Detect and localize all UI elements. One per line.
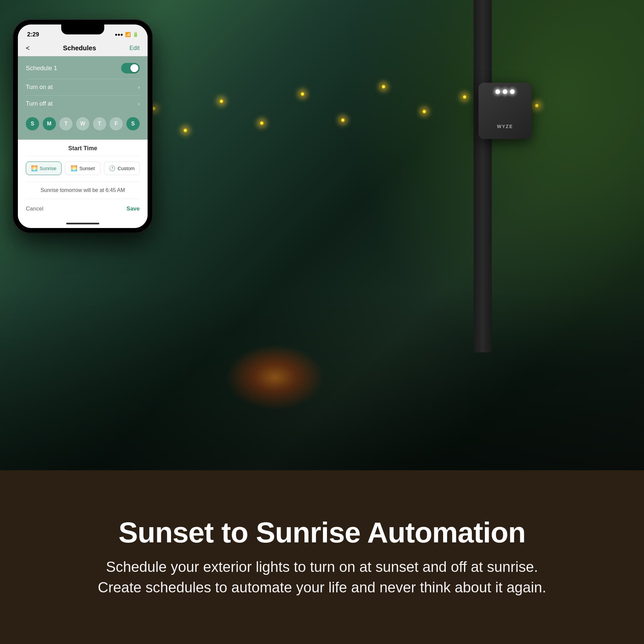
turn-off-label: Turn off at <box>26 100 53 107</box>
day-friday[interactable]: F <box>110 117 123 130</box>
sunset-icon: 🌅 <box>71 165 77 171</box>
bottom-subtitle: Schedule your exterior lights to turn on… <box>98 557 546 597</box>
edit-button[interactable]: Edit <box>129 45 140 52</box>
sheet-title: Start Time <box>26 145 140 156</box>
turn-on-row[interactable]: Turn on at › <box>26 79 140 95</box>
nav-bar: < Schedules Edit <box>18 42 148 56</box>
option-sunrise[interactable]: 🌅 Sunrise <box>26 161 62 175</box>
signal-icon: ●●● <box>115 32 123 37</box>
device-brand-label: WYZE <box>497 124 513 129</box>
home-indicator <box>18 219 148 228</box>
back-button[interactable]: < <box>26 44 30 52</box>
info-text: Sunrise tomorrow will be at 6:45 AM <box>26 182 140 199</box>
wifi-icon: 📶 <box>125 32 131 37</box>
sheet-actions: Cancel Save <box>26 204 140 212</box>
day-tuesday[interactable]: T <box>59 117 72 130</box>
wyze-outdoor-plug: WYZE <box>479 83 538 149</box>
day-wednesday[interactable]: W <box>76 117 89 130</box>
turn-on-chevron: › <box>138 84 140 90</box>
sunset-label: Sunset <box>79 165 95 171</box>
option-sunset[interactable]: 🌅 Sunset <box>65 161 101 175</box>
schedule-area: Schedule 1 Turn on at › Turn off at › S … <box>18 56 148 140</box>
time-options: 🌅 Sunrise 🌅 Sunset 🕐 Custom <box>26 161 140 175</box>
schedule-1-label: Schedule 1 <box>26 65 57 72</box>
phone-screen: 2:29 ●●● 📶 🔋 < Schedules Edit Schedule 1 <box>18 24 148 228</box>
day-monday[interactable]: M <box>43 117 56 130</box>
bottom-title: Sunset to Sunrise Automation <box>118 517 526 549</box>
day-sunday[interactable]: S <box>26 117 39 130</box>
turn-off-row[interactable]: Turn off at › <box>26 95 140 112</box>
fire-glow <box>225 345 325 411</box>
custom-label: Custom <box>117 165 135 171</box>
schedule-toggle[interactable] <box>121 63 140 73</box>
phone-body: 2:29 ●●● 📶 🔋 < Schedules Edit Schedule 1 <box>13 20 152 233</box>
schedule-1-row: Schedule 1 <box>26 63 140 73</box>
device-light-3 <box>510 89 515 94</box>
battery-icon: 🔋 <box>133 32 138 37</box>
option-custom[interactable]: 🕐 Custom <box>104 161 140 175</box>
turn-on-label: Turn on at <box>26 84 53 91</box>
turn-off-chevron: › <box>138 101 140 107</box>
nav-title: Schedules <box>63 44 96 52</box>
phone-notch <box>61 24 104 34</box>
home-bar <box>66 223 99 224</box>
cancel-button[interactable]: Cancel <box>26 206 43 212</box>
sunrise-icon: 🌅 <box>31 165 38 171</box>
phone-mockup: 2:29 ●●● 📶 🔋 < Schedules Edit Schedule 1 <box>13 20 152 233</box>
clock-icon: 🕐 <box>109 165 115 171</box>
day-thursday[interactable]: T <box>93 117 106 130</box>
status-icons: ●●● 📶 🔋 <box>115 32 138 37</box>
bottom-bar: Sunset to Sunrise Automation Schedule yo… <box>0 470 644 644</box>
days-row: S M T W T F S <box>26 112 140 133</box>
status-time: 2:29 <box>27 31 39 38</box>
device-light-1 <box>495 89 500 94</box>
bottom-sheet: Start Time 🌅 Sunrise 🌅 Sunset 🕐 Custom <box>18 140 148 219</box>
save-button[interactable]: Save <box>126 206 140 212</box>
sunrise-label: Sunrise <box>40 165 57 171</box>
day-saturday[interactable]: S <box>126 117 140 130</box>
device-light-2 <box>503 89 507 94</box>
pole <box>474 0 492 352</box>
